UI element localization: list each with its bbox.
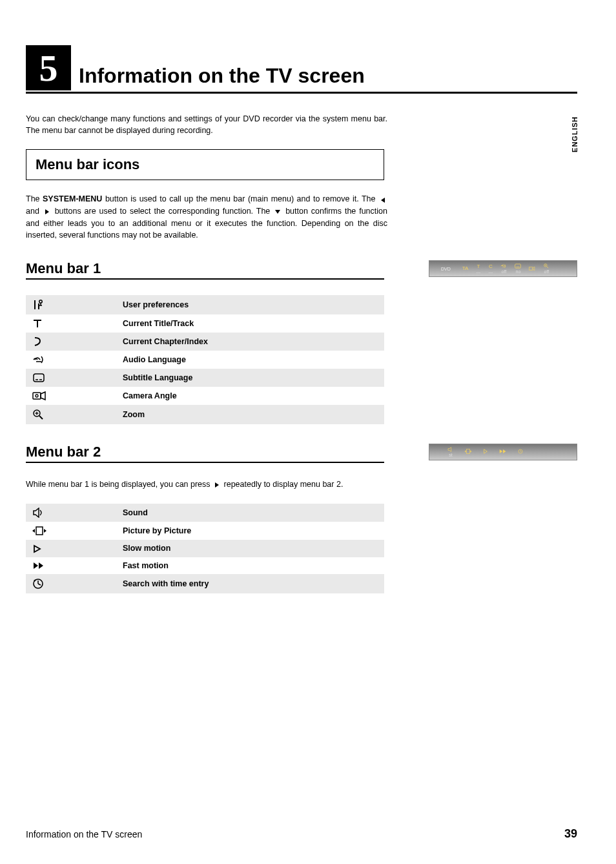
svg-line-25 xyxy=(39,416,43,419)
text-part: While menu bar 1 is being displayed, you… xyxy=(26,480,212,489)
menubar1-osd: DVD TA T--- C--- off no off xyxy=(429,260,577,277)
table-row: User preferences xyxy=(26,295,384,314)
prefs-icon xyxy=(26,295,116,314)
table-row: Camera Angle xyxy=(26,387,384,405)
left-arrow-icon xyxy=(380,194,386,205)
svg-line-37 xyxy=(520,451,521,452)
menubar1-heading-row: Menu bar 1 DVD TA T--- C--- off no off xyxy=(26,260,577,277)
table-row: Subtitle Language xyxy=(26,369,384,387)
zoom-icon xyxy=(26,405,116,424)
svg-line-48 xyxy=(38,584,41,585)
svg-marker-0 xyxy=(381,198,385,203)
svg-marker-44 xyxy=(34,562,38,569)
svg-rect-3 xyxy=(515,264,521,268)
slow-motion-icon xyxy=(26,540,116,557)
table-row: Current Title/Track xyxy=(26,314,384,333)
row-label: Current Chapter/Index xyxy=(116,333,384,351)
chapter-rule xyxy=(26,92,577,94)
svg-marker-33 xyxy=(500,449,503,453)
svg-line-8 xyxy=(547,267,548,268)
svg-rect-29 xyxy=(466,449,469,454)
chapter-title: Information on the TV screen xyxy=(79,64,365,90)
row-label: Slow motion xyxy=(116,540,384,557)
osd-dvd-label: DVD xyxy=(441,267,451,271)
right-arrow-icon xyxy=(44,206,50,218)
menubar2-heading: Menu bar 2 xyxy=(26,444,384,460)
subtitle-language-icon xyxy=(26,369,116,387)
osd-camera-icon xyxy=(529,266,535,272)
svg-point-22 xyxy=(36,395,38,397)
table-row: Zoom xyxy=(26,405,384,424)
svg-marker-6 xyxy=(533,267,535,271)
picture-by-picture-icon xyxy=(26,522,116,540)
chapter-header: 5 Information on the TV screen xyxy=(26,45,577,90)
menubar2-table: Sound Picture by Picture Slow motion Fas… xyxy=(26,504,384,593)
down-arrow-icon xyxy=(274,206,281,218)
osd-time-icon xyxy=(517,449,524,455)
svg-marker-32 xyxy=(484,449,488,453)
menubar2-osd: st xyxy=(429,444,577,460)
section1-paragraph: The SYSTEM-MENU button is used to call u… xyxy=(26,193,387,241)
title-icon xyxy=(26,314,116,333)
svg-marker-2 xyxy=(275,210,280,214)
osd-zoom-icon: off xyxy=(543,263,549,274)
svg-marker-39 xyxy=(34,508,39,517)
text-part: The xyxy=(26,194,43,203)
osd-item: T--- xyxy=(476,263,480,274)
section-heading-box: Menu bar icons xyxy=(26,149,384,180)
right-arrow-icon xyxy=(214,479,220,491)
svg-marker-30 xyxy=(465,450,466,453)
row-label: Camera Angle xyxy=(116,387,384,405)
page-footer: Information on the TV screen 39 xyxy=(26,827,577,841)
row-label: Picture by Picture xyxy=(116,522,384,540)
chapter-icon xyxy=(26,333,116,351)
menubar1-table: User preferences Current Title/Track Cur… xyxy=(26,295,384,424)
svg-marker-42 xyxy=(44,529,46,533)
text-part: and xyxy=(26,207,43,216)
row-label: Fast motion xyxy=(116,557,384,575)
svg-rect-5 xyxy=(529,267,533,269)
osd-subtitle-icon: no xyxy=(515,263,521,274)
osd-sound-icon: st xyxy=(447,447,454,457)
row-label: User preferences xyxy=(116,295,384,314)
camera-angle-icon xyxy=(26,387,116,405)
table-row: Picture by Picture xyxy=(26,522,384,540)
intro-paragraph: You can check/change many functions and … xyxy=(26,113,387,136)
row-label: Zoom xyxy=(116,405,384,424)
text-part: repeatedly to display menu bar 2. xyxy=(224,480,344,489)
text-part: button is used to call up the menu bar (… xyxy=(105,194,378,203)
osd-item: TA xyxy=(462,265,469,272)
language-tab: ENGLISH xyxy=(571,116,579,152)
svg-marker-23 xyxy=(41,392,45,400)
sound-icon xyxy=(26,504,116,522)
menubar1-heading: Menu bar 1 xyxy=(26,260,384,277)
table-row: Fast motion xyxy=(26,557,384,575)
row-label: Audio Language xyxy=(116,351,384,369)
osd-item: C--- xyxy=(488,263,493,274)
footer-page-number: 39 xyxy=(564,827,577,841)
table-row: Sound xyxy=(26,504,384,522)
menubar1-rule xyxy=(26,278,384,280)
table-row: Current Chapter/Index xyxy=(26,333,384,351)
svg-marker-28 xyxy=(448,447,451,452)
svg-rect-18 xyxy=(34,374,44,382)
osd-pbp-icon xyxy=(464,449,472,455)
table-row: Search with time entry xyxy=(26,574,384,593)
audio-language-icon xyxy=(26,351,116,369)
system-menu-button-label: SYSTEM-MENU xyxy=(43,194,102,203)
table-row: Slow motion xyxy=(26,540,384,557)
menubar2-heading-row: Menu bar 2 st xyxy=(26,444,577,460)
osd-fast-icon xyxy=(499,449,507,455)
footer-title: Information on the TV screen xyxy=(26,829,142,839)
row-label: Search with time entry xyxy=(116,574,384,593)
table-row: Audio Language xyxy=(26,351,384,369)
chapter-number-box: 5 xyxy=(26,45,71,90)
time-search-icon xyxy=(26,574,116,593)
svg-marker-34 xyxy=(503,449,506,453)
svg-marker-43 xyxy=(34,546,40,552)
fast-motion-icon xyxy=(26,557,116,575)
svg-point-13 xyxy=(39,300,42,303)
svg-marker-38 xyxy=(215,482,219,488)
svg-marker-31 xyxy=(470,450,471,453)
text-part: buttons are used to select the correspon… xyxy=(55,207,274,216)
